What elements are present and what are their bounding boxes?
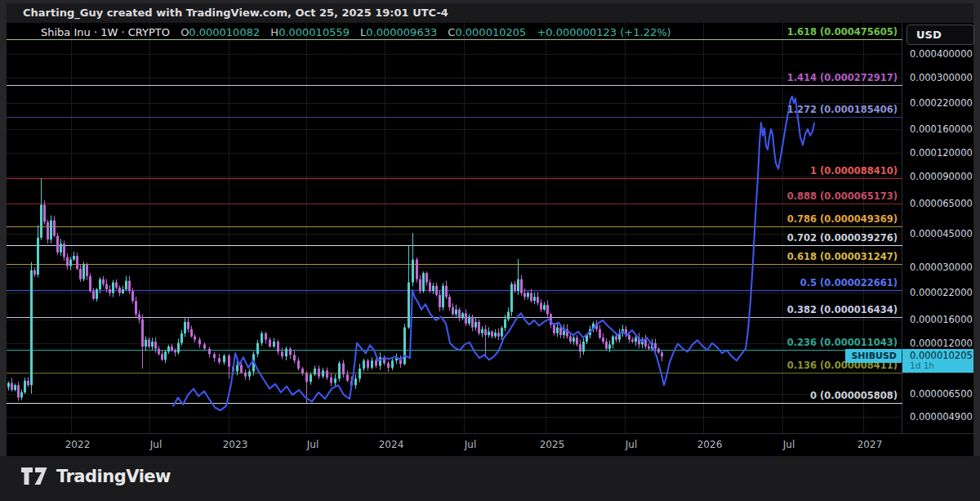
fib-level-label: 0.236 (0.000011043) (787, 337, 898, 348)
price-tick-label: 0.000006500 (910, 389, 973, 400)
price-tick-label: 0.000004900 (910, 412, 973, 423)
price-tick-label: 0.000045000 (910, 229, 973, 239)
fib-level-label: 0.5 (0.000022661) (800, 277, 898, 289)
fib-level-label: 1.272 (0.000185406) (787, 104, 898, 115)
fib-level-label: 0.618 (0.000031247) (787, 251, 898, 262)
time-tick-label: 2024 (379, 439, 404, 450)
brand-bar: TradingView (0, 456, 980, 501)
price-tick-label: 0.000090000 (910, 172, 973, 182)
fib-level-label: 1.618 (0.000475605) (787, 26, 898, 38)
time-tick-label: Jul (307, 439, 318, 450)
fib-level-label: 1 (0.000088410) (810, 165, 898, 177)
price-tick-label: 0.000012000 (910, 338, 973, 349)
time-tick-label: Jul (465, 439, 476, 450)
price-tick-label: 0.000160000 (910, 124, 973, 135)
price-tick-label: 0.000220000 (910, 98, 973, 109)
bar-countdown: 1d 1h (910, 361, 973, 370)
change-label: +0.000000123 (+1.22%) (537, 26, 670, 38)
price-tick-label: 0.000300000 (910, 73, 973, 83)
time-axis[interactable]: 2022Jul2023Jul2024Jul2025Jul2026Jul2027 (7, 433, 973, 456)
fib-level-label: 0.382 (0.000016434) (787, 304, 898, 315)
fib-level-label: 0.786 (0.000049369) (787, 213, 898, 225)
price-tick-label: 0.000400000 (910, 49, 973, 60)
price-tick-label: 0.000065000 (910, 199, 973, 209)
symbol-price-tag: SHIBUSD (845, 349, 902, 363)
symbol-legend[interactable]: Shiba Inu · 1W · CRYPTO O0.000010082 H0.… (41, 26, 671, 41)
market-label[interactable]: CRYPTO (128, 26, 170, 38)
chart-main: Shiba Inu · 1W · CRYPTO O0.000010082 H0.… (7, 23, 973, 433)
price-tick-label: 0.000022000 (910, 288, 973, 298)
fib-level-label: 0.888 (0.000065173) (787, 190, 898, 202)
time-tick-label: Jul (150, 439, 162, 450)
price-axis[interactable]: USD 0.0004000000.0003000000.0002200000.0… (902, 23, 973, 433)
fib-level-label: 0.702 (0.000039276) (787, 232, 898, 244)
symbol-title[interactable]: Shiba Inu (41, 26, 91, 38)
chart-window: Charting_Guy created with TradingView.co… (0, 0, 980, 501)
price-tick-label: 0.000120000 (910, 148, 973, 159)
price-tick-label: 0.000030000 (910, 262, 973, 273)
last-price-tag: 0.000010205 1d 1h (902, 349, 973, 373)
time-tick-label: Jul (626, 439, 637, 450)
fib-level-label: 1.414 (0.000272917) (787, 72, 898, 83)
tradingview-wordmark: TradingView (56, 467, 171, 486)
fib-level-label: 0 (0.000005808) (810, 390, 898, 401)
time-tick-label: 2025 (540, 439, 565, 450)
time-tick-label: 2022 (65, 439, 91, 450)
time-tick-label: 2023 (223, 439, 248, 450)
ohlc-open: O0.000010082 (173, 26, 260, 38)
price-chart-canvas[interactable] (7, 23, 902, 433)
attribution-text: Charting_Guy created with TradingView.co… (23, 7, 448, 19)
tradingview-logo[interactable]: TradingView (21, 466, 171, 486)
ohlc-low: L0.000009633 (353, 26, 437, 38)
time-tick-label: Jul (783, 439, 795, 450)
interval-label[interactable]: 1W (100, 26, 118, 38)
time-tick-label: 2026 (697, 439, 723, 450)
chart-plot-area[interactable]: Shiba Inu · 1W · CRYPTO O0.000010082 H0.… (7, 23, 902, 433)
price-tick-label: 0.000016000 (910, 315, 973, 325)
currency-toggle-button[interactable]: USD (906, 25, 974, 45)
attribution-bar: Charting_Guy created with TradingView.co… (7, 3, 973, 23)
time-tick-label: 2027 (858, 439, 883, 450)
ohlc-close: C0.000010205 (440, 26, 526, 38)
ohlc-high: H0.000010559 (263, 26, 350, 38)
tradingview-logo-icon (21, 466, 48, 486)
